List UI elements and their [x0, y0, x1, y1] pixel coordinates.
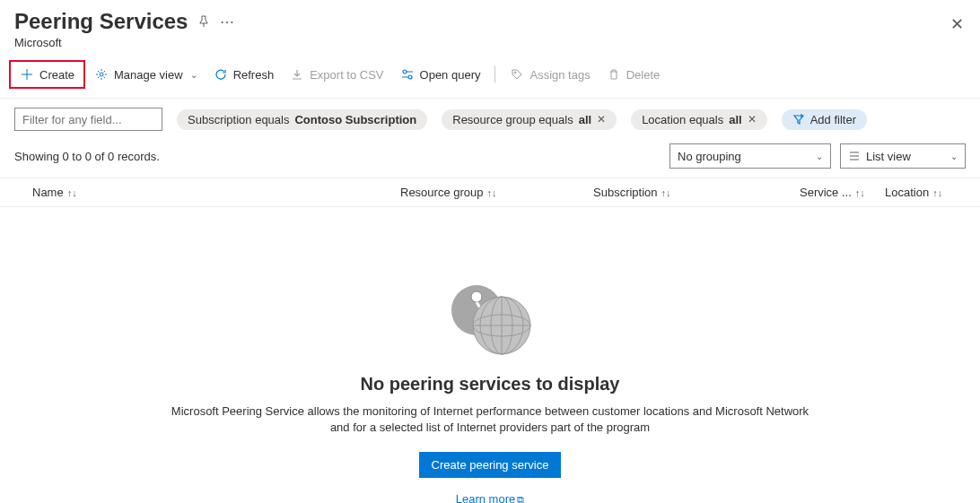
empty-description: Microsoft Peering Service allows the mon… — [162, 403, 818, 436]
download-icon — [290, 67, 304, 82]
export-csv-label: Export to CSV — [310, 68, 383, 82]
close-button[interactable]: ✕ — [950, 14, 964, 34]
subscription-filter-pill[interactable]: Subscription equals Contoso Subscription — [177, 109, 427, 130]
delete-button[interactable]: Delete — [599, 64, 668, 85]
column-rg-label: Resource group — [400, 186, 484, 199]
sort-icon: ↑↓ — [67, 187, 77, 198]
create-peering-service-button[interactable]: Create peering service — [419, 452, 562, 478]
column-header-service[interactable]: Service ... ↑↓ — [800, 186, 885, 199]
column-location-label: Location — [885, 186, 929, 199]
column-header-location[interactable]: Location ↑↓ — [885, 186, 961, 199]
resource-group-filter-pill[interactable]: Resource group equals all ✕ — [442, 109, 617, 130]
more-icon[interactable]: ⋯ — [220, 14, 234, 29]
grouping-select[interactable]: No grouping ⌄ — [669, 143, 831, 169]
sort-icon: ↑↓ — [661, 187, 671, 198]
assign-tags-label: Assign tags — [529, 68, 590, 82]
add-filter-label: Add filter — [810, 113, 856, 126]
view-select-value: List view — [866, 150, 911, 163]
create-highlight: Create — [9, 60, 85, 89]
assign-tags-button[interactable]: Assign tags — [503, 64, 597, 85]
sort-icon: ↑↓ — [487, 187, 497, 198]
table-header: Name ↑↓ Resource group ↑↓ Subscription ↑… — [0, 178, 980, 207]
page-title: Peering Services — [14, 9, 188, 34]
pin-icon[interactable] — [197, 14, 211, 29]
refresh-icon — [214, 67, 228, 82]
column-header-name[interactable]: Name ↑↓ — [32, 186, 400, 199]
records-count-text: Showing 0 to 0 of 0 records. — [14, 150, 160, 163]
refresh-label: Refresh — [233, 68, 275, 82]
manage-view-button[interactable]: Manage view ⌄ — [87, 64, 205, 85]
chevron-down-icon: ⌄ — [190, 70, 197, 80]
plus-icon — [20, 67, 34, 82]
grouping-select-value: No grouping — [678, 150, 741, 163]
external-link-icon: ⧉ — [517, 494, 524, 503]
location-filter-prefix: Location equals — [642, 113, 723, 126]
learn-more-link[interactable]: Learn more⧉ — [18, 492, 962, 503]
column-sub-label: Subscription — [593, 186, 658, 199]
filter-input[interactable] — [14, 108, 162, 131]
controls-row: Showing 0 to 0 of 0 records. No grouping… — [0, 140, 980, 178]
column-service-label: Service ... — [800, 186, 852, 199]
svg-point-0 — [100, 73, 103, 76]
create-label: Create — [39, 68, 74, 82]
open-query-button[interactable]: Open query — [393, 64, 488, 85]
add-filter-icon — [792, 113, 805, 126]
page-header: Peering Services ⋯ Microsoft ✕ — [0, 0, 980, 55]
empty-globe-icon — [441, 279, 539, 360]
tag-icon — [510, 67, 524, 82]
rg-filter-value: all — [579, 113, 591, 126]
chevron-down-icon: ⌄ — [816, 152, 823, 161]
svg-point-2 — [408, 75, 412, 79]
create-button[interactable]: Create — [13, 64, 82, 85]
trash-icon — [607, 67, 621, 82]
column-header-resource-group[interactable]: Resource group ↑↓ — [400, 186, 593, 199]
gear-icon — [94, 67, 109, 82]
rg-filter-prefix: Resource group equals — [452, 113, 573, 126]
delete-label: Delete — [626, 68, 661, 82]
sort-icon: ↑↓ — [855, 187, 865, 198]
svg-point-5 — [471, 291, 482, 302]
location-filter-remove-icon[interactable]: ✕ — [748, 113, 757, 126]
subscription-filter-prefix: Subscription equals — [188, 113, 289, 126]
command-toolbar: Create Manage view ⌄ Refresh Export to C… — [0, 55, 980, 99]
add-filter-button[interactable]: Add filter — [782, 109, 867, 130]
export-csv-button[interactable]: Export to CSV — [283, 64, 390, 85]
chevron-down-icon: ⌄ — [950, 152, 958, 161]
learn-more-label: Learn more — [456, 492, 515, 503]
rg-filter-remove-icon[interactable]: ✕ — [597, 113, 606, 126]
column-name-label: Name — [32, 186, 64, 199]
empty-state: No peering services to display Microsoft… — [0, 207, 980, 503]
svg-point-3 — [514, 72, 516, 74]
filters-row: Subscription equals Contoso Subscription… — [0, 99, 980, 140]
location-filter-value: all — [729, 113, 741, 126]
query-icon — [400, 67, 415, 82]
list-icon — [848, 150, 861, 162]
empty-title: No peering services to display — [18, 374, 962, 395]
page-subtitle: Microsoft — [14, 36, 966, 49]
toolbar-separator — [494, 66, 495, 82]
subscription-filter-value: Contoso Subscription — [294, 113, 416, 126]
open-query-label: Open query — [420, 68, 481, 82]
sort-icon: ↑↓ — [932, 187, 942, 198]
column-header-subscription[interactable]: Subscription ↑↓ — [593, 186, 800, 199]
svg-point-1 — [403, 70, 407, 74]
refresh-button[interactable]: Refresh — [206, 64, 282, 85]
view-select[interactable]: List view ⌄ — [840, 143, 966, 169]
manage-view-label: Manage view — [114, 68, 183, 82]
location-filter-pill[interactable]: Location equals all ✕ — [631, 109, 767, 130]
